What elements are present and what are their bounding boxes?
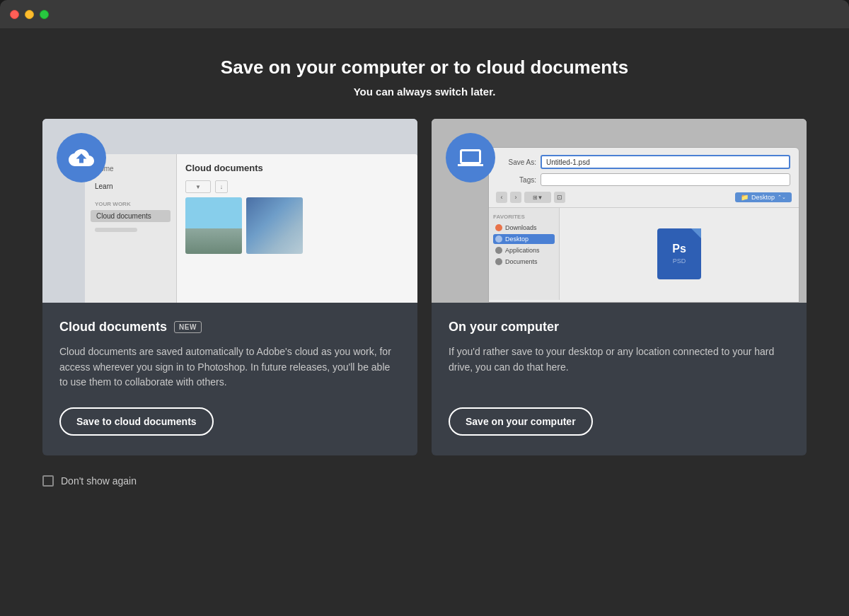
nav-back-btn[interactable]: ‹ (496, 192, 507, 203)
dont-show-label: Don't show again (61, 475, 137, 487)
documents-label: Documents (505, 258, 538, 265)
documents-icon (495, 258, 502, 265)
dialog-title: Save on your computer or to cloud docume… (221, 57, 628, 79)
applications-item[interactable]: Applications (493, 245, 555, 255)
minimize-button[interactable] (25, 10, 34, 19)
cloud-heading-row: Cloud documents NEW (59, 320, 400, 335)
location-arrows: ⌃⌄ (778, 194, 786, 200)
cloud-card-preview: Home Learn YOUR WORK Cloud documents Clo… (42, 119, 417, 303)
cloud-card-description: Cloud documents are saved automatically … (59, 344, 400, 390)
filename-input[interactable]: Untitled-1.psd (541, 155, 790, 169)
cloud-icon (69, 145, 94, 170)
computer-icon-circle (446, 133, 495, 182)
computer-card-heading: On your computer (449, 320, 559, 335)
applications-icon (495, 247, 502, 254)
titlebar (0, 0, 849, 28)
dont-show-checkbox[interactable] (42, 475, 54, 487)
documents-item[interactable]: Documents (493, 257, 555, 267)
psd-icon-ext: PSD (673, 257, 686, 265)
traffic-lights (10, 10, 49, 19)
cloud-your-work-label: YOUR WORK (91, 201, 171, 207)
cloud-card-body: Cloud documents NEW Cloud documents are … (42, 303, 417, 455)
downloads-item[interactable]: Downloads (493, 223, 555, 233)
computer-card-body: On your computer If you'd rather save to… (432, 303, 807, 455)
cloud-docs-item: Cloud documents (91, 210, 171, 222)
computer-card: Save As: Untitled-1.psd Tags: ‹ › ⊞▼ (432, 119, 807, 455)
cards-container: Home Learn YOUR WORK Cloud documents Clo… (42, 119, 807, 455)
favorites-label: Favorites (493, 214, 555, 220)
desktop-icon (495, 236, 502, 243)
cloud-card: Home Learn YOUR WORK Cloud documents Clo… (42, 119, 417, 455)
new-badge: NEW (174, 321, 202, 333)
downloads-icon (495, 224, 502, 231)
location-icon: 📁 (741, 194, 749, 201)
save-as-label: Save As: (497, 158, 536, 166)
close-button[interactable] (10, 10, 19, 19)
new-folder-btn[interactable]: ⊡ (554, 192, 565, 203)
maximize-button[interactable] (40, 10, 49, 19)
view-toggle-btn[interactable]: ⊞▼ (524, 192, 551, 203)
downloads-label: Downloads (505, 224, 537, 231)
cloud-thumb-1 (185, 197, 242, 254)
desktop-label: Desktop (505, 236, 529, 243)
cloud-upload-btn[interactable]: ↓ (215, 180, 228, 193)
cloud-icon-circle (57, 133, 106, 182)
save-to-cloud-button[interactable]: Save to cloud documents (59, 407, 214, 436)
computer-card-preview: Save As: Untitled-1.psd Tags: ‹ › ⊞▼ (432, 119, 807, 303)
cloud-thumb-2 (246, 197, 303, 254)
cloud-sort-btn[interactable]: ▼ (185, 180, 211, 193)
psd-icon-text: Ps (672, 243, 686, 255)
cloud-thumbnails (185, 197, 409, 254)
cloud-scroll-bar (95, 228, 137, 232)
main-content: Save on your computer or to cloud docume… (0, 28, 849, 616)
nav-forward-btn[interactable]: › (510, 192, 521, 203)
psd-file-icon: Ps PSD (657, 228, 701, 279)
footer: Don't show again (42, 475, 807, 494)
computer-card-description: If you'd rather save to your desktop or … (449, 344, 790, 390)
applications-label: Applications (505, 247, 540, 254)
dialog-subtitle: You can always switch later. (354, 86, 496, 98)
computer-heading-row: On your computer (449, 320, 790, 335)
location-label: Desktop (751, 194, 775, 201)
location-bar: 📁 Desktop ⌃⌄ (735, 192, 792, 202)
file-browser: Favorites Downloads Desktop (489, 208, 799, 300)
file-main-area: Ps PSD (560, 208, 799, 300)
computer-icon (458, 145, 483, 170)
cloud-nav-learn: Learn (91, 180, 171, 192)
tags-input[interactable] (541, 173, 790, 186)
cloud-card-heading: Cloud documents (59, 320, 167, 335)
cloud-content-title: Cloud documents (185, 163, 409, 173)
tags-label: Tags: (497, 176, 536, 184)
desktop-item[interactable]: Desktop (493, 234, 555, 244)
save-on-computer-button[interactable]: Save on your computer (449, 407, 593, 436)
